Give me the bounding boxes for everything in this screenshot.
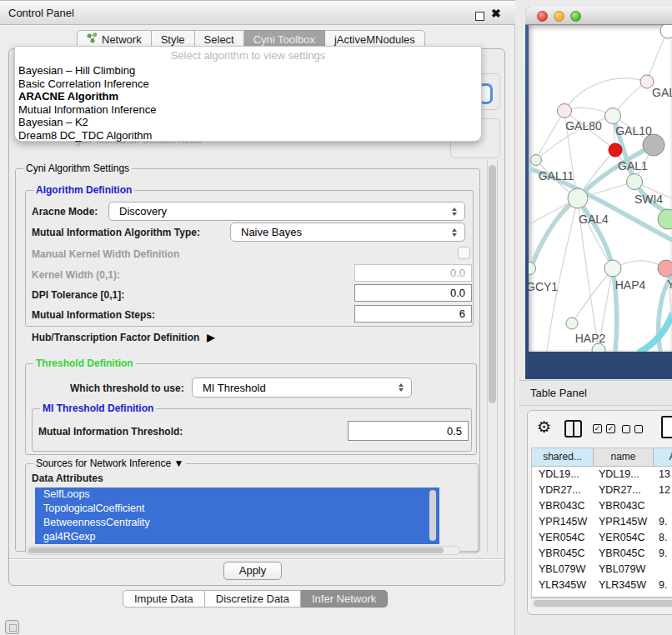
aracne-mode-combo[interactable]: Discovery: [108, 202, 465, 221]
close-icon[interactable]: ✖: [491, 7, 501, 20]
dropdown-item[interactable]: Basic Correlation Inference: [18, 78, 479, 91]
kernel-width-field[interactable]: 0.0: [354, 264, 472, 282]
attribute-item-selected[interactable]: BetweennessCentrality: [35, 516, 439, 530]
mini-window-icon[interactable]: [5, 620, 19, 634]
node-label: Y: [667, 278, 672, 291]
algorithm-definition-title: Algorithm Definition: [33, 184, 134, 196]
network-node[interactable]: [531, 155, 542, 166]
column-header-name[interactable]: name: [594, 448, 654, 467]
table-row[interactable]: YBR043CYBR043C: [532, 498, 672, 514]
checked-checkbox-icon[interactable]: ✓: [606, 424, 615, 433]
which-threshold-label: Which threshold to use:: [70, 382, 184, 394]
tab-label: Select: [204, 33, 234, 46]
zoom-traffic-light-icon[interactable]: [570, 11, 581, 22]
network-node[interactable]: [568, 188, 588, 208]
hub-definition-toggle[interactable]: Hub/Transcription Factor Definition▶: [32, 332, 215, 343]
tab-impute-data[interactable]: Impute Data: [123, 590, 205, 608]
table-cell: 12: [654, 482, 672, 498]
column-header-a[interactable]: A: [654, 448, 672, 467]
bottom-tabstrip: Impute DataDiscretize DataInfer Network: [123, 590, 388, 608]
node-label: HAP4: [615, 278, 646, 292]
mi-threshold-field[interactable]: 0.5: [348, 421, 469, 441]
network-icon: [87, 32, 98, 46]
unchecked-checkbox-icon[interactable]: [622, 425, 630, 433]
manual-kernel-checkbox[interactable]: [458, 247, 470, 259]
checked-checkbox-icon[interactable]: ✓: [593, 424, 602, 433]
dropdown-item[interactable]: ARACNE Algorithm: [18, 90, 479, 103]
attributes-vscrollbar-thumb[interactable]: [429, 490, 436, 541]
table-cell: YPR145W: [594, 514, 654, 530]
network-canvas[interactable]: GALGAL80GAL10GAL1GAL11SWI4GAL4GCY1HAP4YH…: [529, 25, 672, 352]
table-hscrollbar[interactable]: [531, 598, 672, 608]
dropdown-item[interactable]: Bayesian – Hill Climbing: [18, 64, 479, 78]
table-row[interactable]: YER054CYER054C8.: [532, 530, 672, 546]
network-node[interactable]: [604, 260, 621, 277]
table-row[interactable]: YBR045CYBR045C9.: [532, 546, 672, 562]
table-cell: [654, 498, 672, 514]
mi-type-combo[interactable]: Naive Bayes: [230, 222, 465, 242]
table-cell: YDL19...: [594, 467, 654, 482]
dpi-tolerance-field[interactable]: 0.0: [354, 284, 472, 302]
tab-infer-network[interactable]: Infer Network: [301, 590, 388, 608]
mi-threshold-group-title: MI Threshold Definition: [40, 402, 156, 414]
dropdown-item[interactable]: Mutual Information Inference: [18, 103, 479, 117]
table-panel: ⚙ ✓ ✓ shared...nameA YDL19...YDL19...13Y…: [527, 410, 672, 615]
data-attributes-list[interactable]: SelfLoopsTopologicalCoefficientBetweenne…: [35, 488, 439, 544]
expand-right-icon[interactable]: ▶: [207, 332, 214, 343]
table-row[interactable]: YBL079WYBL079W: [532, 562, 672, 578]
which-threshold-combo[interactable]: MI Threshold: [192, 378, 412, 398]
tab-discretize-data[interactable]: Discretize Data: [205, 590, 301, 608]
network-node[interactable]: [609, 143, 622, 157]
table-row[interactable]: YLR345WYLR345W9.: [532, 578, 672, 593]
table-cell: [654, 562, 672, 578]
dropdown-item[interactable]: Bayesian – K2: [18, 116, 479, 129]
attribute-item-selected[interactable]: gal4RGexp: [35, 530, 439, 544]
table-cell: 9.: [654, 546, 672, 562]
table-cell: YBR043C: [594, 498, 654, 514]
table-cell: YDL19...: [532, 467, 594, 482]
minimize-traffic-light-icon[interactable]: [554, 11, 564, 22]
attribute-item-selected[interactable]: TopologicalCoefficient: [35, 502, 439, 516]
table-panel-bar: Table Panel: [519, 380, 672, 406]
node-label: SWI4: [634, 192, 663, 206]
table-cell: YLR345W: [594, 578, 654, 593]
unchecked-checkbox-icon[interactable]: [634, 425, 643, 433]
tab-label: Cyni Toolbox: [253, 33, 315, 46]
column-header-shared-[interactable]: shared...: [532, 448, 594, 467]
node-label: GAL: [652, 86, 672, 99]
float-window-icon[interactable]: [475, 12, 484, 21]
apply-button[interactable]: Apply: [223, 562, 282, 580]
attributes-hscrollbar[interactable]: [26, 546, 460, 555]
table-hscrollbar-thumb[interactable]: [534, 600, 672, 607]
network-node[interactable]: [658, 260, 672, 277]
network-node[interactable]: [658, 209, 672, 229]
network-node[interactable]: [627, 174, 643, 190]
dropdown-item[interactable]: Dream8 DC_TDC Algorithm: [18, 129, 479, 142]
columns-icon[interactable]: [564, 420, 582, 438]
table-row[interactable]: YDL19...YDL19...13: [532, 467, 672, 482]
table-row[interactable]: YDR27...YDR27...12: [532, 482, 672, 498]
network-node[interactable]: [605, 108, 621, 124]
network-node[interactable]: [660, 25, 672, 38]
collapse-down-icon[interactable]: ▼: [173, 458, 183, 469]
node-label: GAL1: [618, 159, 648, 172]
network-node[interactable]: [558, 104, 572, 118]
table-cell: YBR043C: [532, 498, 594, 514]
sources-group-title: Sources for Network Inference ▼: [33, 458, 186, 469]
mi-type-label: Mutual Information Algorithm Type:: [32, 227, 200, 238]
table-cell: YER054C: [594, 530, 654, 546]
file-icon[interactable]: [661, 416, 672, 438]
settings-scrollbar[interactable]: [487, 160, 498, 553]
attribute-item-selected[interactable]: SelfLoops: [35, 488, 439, 502]
node-table: shared...nameA YDL19...YDL19...13YDR27..…: [531, 448, 672, 598]
gear-icon[interactable]: ⚙: [537, 418, 551, 437]
close-traffic-light-icon[interactable]: [537, 11, 548, 22]
settings-scrollbar-thumb[interactable]: [489, 165, 496, 403]
attributes-hscrollbar-thumb[interactable]: [28, 548, 444, 553]
mi-type-value: Naive Bayes: [241, 226, 302, 238]
table-row[interactable]: YPR145WYPR145W9.: [532, 514, 672, 530]
table-cell: 9.: [654, 514, 672, 530]
network-node[interactable]: [566, 318, 578, 329]
mi-steps-field[interactable]: 6: [354, 305, 472, 322]
kernel-width-label: Kernel Width (0,1):: [32, 269, 120, 281]
